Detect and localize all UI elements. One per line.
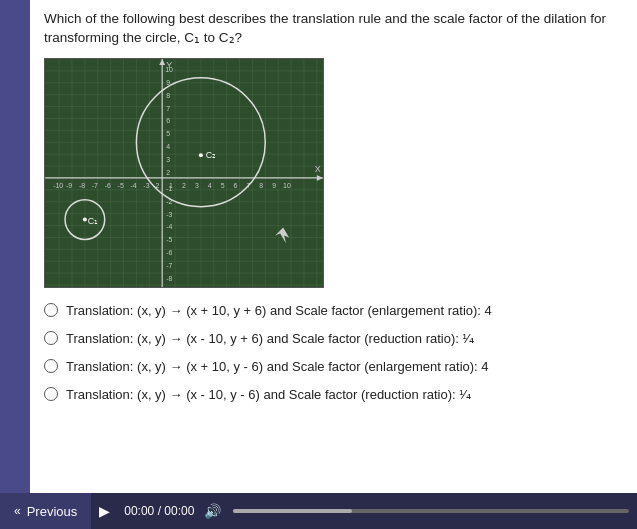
speaker-button[interactable]: 🔊: [200, 493, 225, 529]
svg-text:5: 5: [166, 130, 170, 137]
answer-text-c: Translation: (x, y) → (x + 10, y - 6) an…: [66, 358, 489, 376]
play-button[interactable]: ▶: [91, 493, 118, 529]
time-display: 00:00 / 00:00: [118, 504, 200, 518]
radio-b[interactable]: [44, 331, 58, 345]
svg-text:3: 3: [195, 182, 199, 189]
progress-fill: [233, 509, 352, 513]
previous-button[interactable]: « Previous: [0, 493, 91, 529]
svg-text:10: 10: [283, 182, 291, 189]
graph-container: X Y -10 -9 -8 -7 -6 -5 -4 -3 -2 1 2 3 4 …: [44, 58, 324, 288]
svg-text:-6: -6: [166, 249, 172, 256]
content-area: Which of the following best describes th…: [30, 0, 637, 493]
svg-text:7: 7: [166, 104, 170, 111]
svg-text:-7: -7: [166, 262, 172, 269]
radio-d[interactable]: [44, 387, 58, 401]
svg-text:8: 8: [259, 182, 263, 189]
answer-option-b[interactable]: Translation: (x, y) → (x - 10, y + 6) an…: [44, 330, 623, 348]
bottom-bar: « Previous ▶ 00:00 / 00:00 🔊: [0, 493, 637, 529]
svg-text:9: 9: [272, 182, 276, 189]
answer-option-a[interactable]: Translation: (x, y) → (x + 10, y + 6) an…: [44, 302, 623, 320]
svg-text:C₂: C₂: [206, 150, 216, 160]
answer-option-d[interactable]: Translation: (x, y) → (x - 10, y - 6) an…: [44, 386, 623, 404]
answers-container: Translation: (x, y) → (x + 10, y + 6) an…: [44, 302, 623, 483]
radio-a[interactable]: [44, 303, 58, 317]
svg-point-87: [83, 217, 87, 221]
main-content: Which of the following best describes th…: [0, 0, 637, 493]
svg-text:-3: -3: [166, 210, 172, 217]
svg-rect-0: [45, 59, 323, 287]
answer-text-d: Translation: (x, y) → (x - 10, y - 6) an…: [66, 386, 471, 404]
progress-bar[interactable]: [233, 509, 629, 513]
svg-text:X: X: [315, 164, 321, 174]
sidebar: [0, 0, 30, 493]
question-text: Which of the following best describes th…: [44, 10, 623, 48]
svg-text:2: 2: [166, 169, 170, 176]
coordinate-graph: X Y -10 -9 -8 -7 -6 -5 -4 -3 -2 1 2 3 4 …: [45, 59, 323, 287]
answer-text-a: Translation: (x, y) → (x + 10, y + 6) an…: [66, 302, 492, 320]
svg-text:-6: -6: [105, 182, 111, 189]
svg-text:9: 9: [166, 79, 170, 86]
svg-text:-5: -5: [166, 236, 172, 243]
svg-text:-8: -8: [166, 275, 172, 282]
answer-text-b: Translation: (x, y) → (x - 10, y + 6) an…: [66, 330, 474, 348]
svg-text:-1: -1: [166, 185, 172, 192]
svg-text:6: 6: [166, 117, 170, 124]
radio-c[interactable]: [44, 359, 58, 373]
svg-text:-10: -10: [53, 182, 63, 189]
chevron-left-icon: «: [14, 504, 21, 518]
svg-text:6: 6: [234, 182, 238, 189]
svg-text:2: 2: [182, 182, 186, 189]
svg-text:-8: -8: [79, 182, 85, 189]
svg-text:-4: -4: [166, 223, 172, 230]
svg-text:4: 4: [208, 182, 212, 189]
svg-text:-9: -9: [66, 182, 72, 189]
svg-text:-7: -7: [92, 182, 98, 189]
svg-text:4: 4: [166, 143, 170, 150]
svg-text:-2: -2: [153, 182, 159, 189]
svg-text:5: 5: [221, 182, 225, 189]
answer-option-c[interactable]: Translation: (x, y) → (x + 10, y - 6) an…: [44, 358, 623, 376]
previous-label: Previous: [27, 504, 78, 519]
svg-text:3: 3: [166, 156, 170, 163]
svg-text:C₁: C₁: [88, 215, 98, 225]
svg-text:10: 10: [165, 66, 173, 73]
svg-text:-5: -5: [118, 182, 124, 189]
svg-point-84: [199, 153, 203, 157]
svg-text:-4: -4: [130, 182, 136, 189]
svg-text:8: 8: [166, 91, 170, 98]
svg-text:-3: -3: [143, 182, 149, 189]
